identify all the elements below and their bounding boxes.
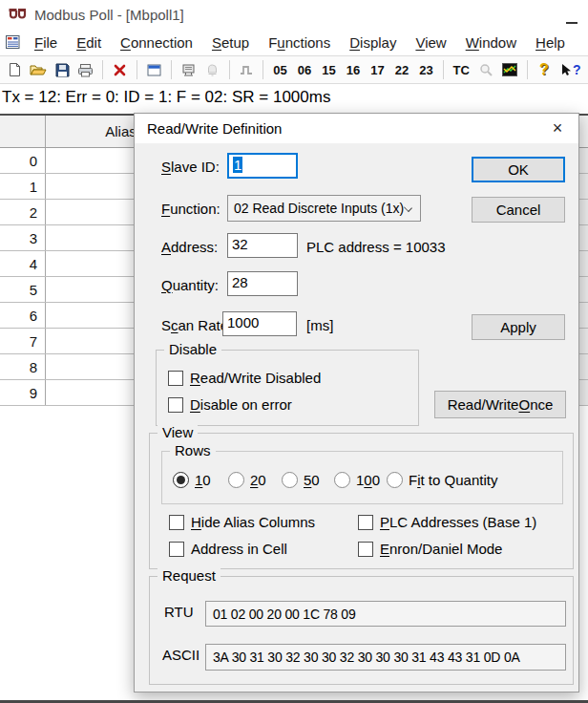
new-file-icon [8, 62, 22, 77]
title-bar[interactable]: Modbus Poll - [Mbpoll1] [0, 0, 588, 29]
rows-50-radio[interactable]: 50 [282, 472, 320, 488]
rows-100-radio[interactable]: 100 [334, 472, 380, 488]
disable-on-error-checkbox[interactable]: Disable on error [168, 396, 292, 413]
plc-address-text: PLC address = 10033 [306, 239, 446, 255]
apply-button[interactable]: Apply [472, 314, 565, 340]
plc-addresses-checkbox[interactable]: PLC Addresses (Base 1) [358, 514, 536, 530]
chevron-down-icon [404, 203, 412, 212]
read-write-definition-dialog: Read/Write Definition × Slave ID: 1 OK F… [134, 113, 579, 692]
rows-group: Rows 10 20 50 100 Fit to Quantity [161, 451, 563, 504]
pulse-button[interactable] [236, 58, 258, 81]
menu-item-display[interactable]: Display [340, 32, 406, 53]
context-help-button[interactable]: ? [556, 58, 584, 81]
toolbar-separator [102, 60, 103, 79]
ascii-label: ASCII [162, 647, 200, 663]
checkbox-icon [168, 397, 183, 413]
read-write-disabled-checkbox[interactable]: Read/Write Disabled [168, 370, 321, 386]
menu-item-file[interactable]: File [25, 32, 67, 53]
cancel-button[interactable]: Cancel [472, 197, 565, 223]
delete-icon [114, 64, 126, 76]
toolbar-separator [262, 60, 263, 79]
window-title: Modbus Poll - [Mbpoll1] [34, 7, 184, 23]
rows-20-radio[interactable]: 20 [228, 472, 266, 488]
read-write-once-button[interactable]: Read/Write Once [434, 391, 566, 418]
checkbox-icon [358, 515, 373, 530]
zoom-button[interactable] [475, 58, 497, 81]
rows-group-legend: Rows [170, 442, 216, 458]
menu-item-edit[interactable]: Edit [67, 32, 111, 53]
menu-item-window[interactable]: Window [456, 32, 526, 53]
menu-item-connection[interactable]: Connection [111, 32, 202, 53]
rtu-value-field: 01 02 00 20 00 1C 78 09 [205, 601, 566, 627]
poll-definition-button[interactable] [178, 58, 200, 81]
hide-alias-columns-checkbox[interactable]: Hide Alias Columns [169, 514, 315, 530]
minimize-button[interactable] [559, 11, 584, 24]
row-number: 1 [0, 174, 46, 199]
pulse-icon [240, 64, 253, 75]
rows-10-label: 10 [195, 472, 211, 488]
dialog-title: Read/Write Definition [147, 120, 282, 137]
document-icon[interactable] [5, 34, 21, 50]
display-setup-icon [147, 64, 161, 76]
function-label: Function: [161, 201, 220, 217]
disable-group-legend: Disable [164, 341, 221, 357]
row-number: 7 [0, 329, 46, 353]
function-06-button[interactable]: 06 [294, 63, 315, 77]
display-setup-button[interactable] [143, 58, 165, 81]
menu-item-view[interactable]: View [406, 32, 455, 53]
checkbox-icon [169, 515, 184, 530]
radio-icon [282, 472, 298, 488]
ok-button[interactable]: OK [472, 157, 565, 182]
chart-button[interactable] [499, 58, 521, 81]
rtu-label: RTU [164, 604, 194, 620]
function-select[interactable]: 02 Read Discrete Inputs (1x) [227, 195, 421, 222]
row-number: 2 [0, 200, 46, 224]
quantity-input[interactable]: 28 [227, 271, 298, 296]
help-icon: ? [539, 61, 549, 78]
app-icon [8, 8, 27, 22]
toolbar-separator [136, 60, 137, 79]
slave-id-input[interactable]: 1 [227, 153, 298, 179]
tc-button[interactable]: TC [450, 63, 473, 77]
radio-icon [173, 472, 189, 488]
function-code-buttons: 05061516172223 [269, 63, 436, 77]
function-16-button[interactable]: 16 [343, 63, 364, 77]
checkbox-icon [358, 542, 373, 557]
menu-item-help[interactable]: Help [526, 32, 575, 53]
scan-rate-input[interactable]: 1000 [222, 311, 297, 336]
function-05-button[interactable]: 05 [269, 63, 290, 77]
save-button[interactable] [52, 58, 74, 81]
view-group-legend: View [158, 424, 198, 440]
rows-20-label: 20 [250, 472, 266, 488]
fit-to-quantity-label: Fit to Quantity [409, 472, 497, 488]
row-number: 3 [0, 225, 46, 250]
address-input[interactable]: 32 [227, 233, 298, 258]
radio-icon [334, 472, 350, 488]
enron-daniel-mode-checkbox[interactable]: Enron/Daniel Mode [358, 541, 502, 557]
dialog-close-button[interactable]: × [542, 117, 573, 140]
menu-item-setup[interactable]: Setup [202, 32, 259, 53]
print-icon [77, 63, 94, 77]
new-file-button[interactable] [4, 58, 26, 81]
function-17-button[interactable]: 17 [367, 63, 388, 77]
rows-100-label: 100 [356, 472, 380, 488]
ascii-value-field: 3A 30 31 30 32 30 30 32 30 30 30 31 43 4… [205, 644, 566, 671]
help-button[interactable]: ? [534, 58, 556, 81]
close-icon: × [553, 118, 563, 138]
rows-10-radio[interactable]: 10 [173, 472, 211, 488]
plc-addresses-label: PLC Addresses (Base 1) [380, 514, 536, 530]
function-23-button[interactable]: 23 [415, 63, 436, 77]
print-button[interactable] [75, 58, 97, 81]
delete-button[interactable] [109, 58, 131, 81]
open-file-button[interactable] [28, 58, 50, 81]
modbus-poll-window: { "window": { "title": "Modbus Poll - [M… [0, 0, 588, 703]
alarm-button[interactable] [201, 58, 223, 81]
address-in-cell-checkbox[interactable]: Address in Cell [169, 541, 287, 557]
function-22-button[interactable]: 22 [391, 63, 412, 77]
menu-item-functions[interactable]: Functions [259, 32, 340, 53]
save-icon [55, 63, 70, 77]
dialog-titlebar[interactable]: Read/Write Definition × [135, 114, 578, 143]
grid-corner-cell [0, 116, 46, 147]
fit-to-quantity-radio[interactable]: Fit to Quantity [387, 472, 497, 488]
function-15-button[interactable]: 15 [318, 63, 339, 77]
